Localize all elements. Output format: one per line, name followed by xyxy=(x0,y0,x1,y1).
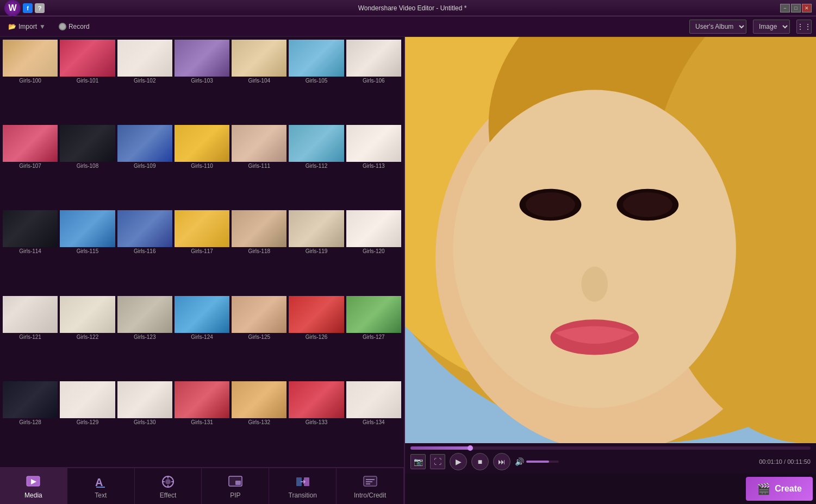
media-item-100[interactable]: Girls-100 xyxy=(2,39,58,123)
media-item-120[interactable]: Girls-120 xyxy=(346,210,402,294)
media-item-111[interactable]: Girls-111 xyxy=(231,124,287,209)
media-item-125[interactable]: Girls-125 xyxy=(231,295,287,380)
tab-text[interactable]: A Text xyxy=(67,468,135,504)
album-select[interactable]: User's Album xyxy=(689,20,746,34)
window-title: Wondershare Video Editor - Untitled * xyxy=(45,4,780,12)
help-icon[interactable]: ? xyxy=(35,3,45,13)
media-item-117[interactable]: Girls-117 xyxy=(174,210,230,294)
media-label-112: Girls-112 xyxy=(289,162,344,170)
media-item-133[interactable]: Girls-133 xyxy=(288,381,344,465)
facebook-icon[interactable]: f xyxy=(23,3,33,13)
media-thumb-112 xyxy=(289,125,344,162)
intro-credit-tab-label: Intro/Credit xyxy=(354,492,386,499)
media-item-106[interactable]: Girls-106 xyxy=(346,39,402,123)
media-label-130: Girls-130 xyxy=(117,418,172,426)
left-panel: Girls-100 Girls-101 Girls-102 Girls-103 … xyxy=(0,37,405,504)
media-item-122[interactable]: Girls-122 xyxy=(59,295,115,380)
media-label-106: Girls-106 xyxy=(346,77,401,85)
stop-button[interactable]: ■ xyxy=(471,453,489,470)
media-item-132[interactable]: Girls-132 xyxy=(231,381,287,465)
media-item-115[interactable]: Girls-115 xyxy=(59,210,115,294)
media-item-103[interactable]: Girls-103 xyxy=(174,39,230,123)
media-label-108: Girls-108 xyxy=(60,162,115,170)
media-thumb-126 xyxy=(289,296,344,333)
pip-tab-icon xyxy=(227,473,244,490)
media-thumb-104 xyxy=(232,40,286,77)
media-label-119: Girls-119 xyxy=(289,247,344,255)
media-label-116: Girls-116 xyxy=(117,247,172,255)
media-label-129: Girls-129 xyxy=(60,418,115,426)
media-item-108[interactable]: Girls-108 xyxy=(59,124,115,209)
volume-slider[interactable] xyxy=(526,461,559,463)
media-item-105[interactable]: Girls-105 xyxy=(288,39,344,123)
grid-view-button[interactable]: ⋮⋮ xyxy=(796,20,812,34)
import-button[interactable]: 📂 Import ▼ xyxy=(4,21,49,33)
media-thumb-115 xyxy=(60,210,115,247)
media-thumb-123 xyxy=(117,296,172,333)
media-item-116[interactable]: Girls-116 xyxy=(117,210,173,294)
media-item-126[interactable]: Girls-126 xyxy=(288,295,344,380)
tab-intro-credit[interactable]: Intro/Credit xyxy=(337,468,404,504)
record-label: Record xyxy=(68,23,90,30)
close-button[interactable]: ✕ xyxy=(802,4,812,12)
media-item-102[interactable]: Girls-102 xyxy=(117,39,173,123)
media-thumb-127 xyxy=(346,296,401,333)
tab-bar: Media A Text xyxy=(0,467,404,504)
media-item-129[interactable]: Girls-129 xyxy=(59,381,115,465)
create-button[interactable]: 🎬 Create xyxy=(746,477,813,501)
media-item-124[interactable]: Girls-124 xyxy=(174,295,230,380)
media-item-113[interactable]: Girls-113 xyxy=(346,124,402,209)
media-item-112[interactable]: Girls-112 xyxy=(288,124,344,209)
tab-effect[interactable]: Effect xyxy=(135,468,202,504)
progress-handle[interactable] xyxy=(468,445,473,451)
media-thumb-110 xyxy=(175,125,229,162)
text-tab-icon: A xyxy=(92,473,109,490)
main-content: Girls-100 Girls-101 Girls-102 Girls-103 … xyxy=(0,37,816,504)
media-item-109[interactable]: Girls-109 xyxy=(117,124,173,209)
media-item-107[interactable]: Girls-107 xyxy=(2,124,58,209)
media-item-131[interactable]: Girls-131 xyxy=(174,381,230,465)
media-thumb-107 xyxy=(3,125,58,162)
media-item-118[interactable]: Girls-118 xyxy=(231,210,287,294)
fullscreen-button[interactable]: ⛶ xyxy=(430,454,445,469)
maximize-button[interactable]: □ xyxy=(791,4,801,12)
svg-point-23 xyxy=(623,192,672,217)
media-label-126: Girls-126 xyxy=(289,333,344,341)
create-label: Create xyxy=(775,484,802,494)
tab-media[interactable]: Media xyxy=(0,468,67,504)
svg-point-21 xyxy=(526,192,575,217)
media-item-119[interactable]: Girls-119 xyxy=(288,210,344,294)
media-thumb-134 xyxy=(346,381,401,418)
svg-rect-9 xyxy=(364,476,377,486)
media-item-104[interactable]: Girls-104 xyxy=(231,39,287,123)
media-label-110: Girls-110 xyxy=(175,162,229,170)
screenshot-button[interactable]: 📷 xyxy=(410,454,426,469)
media-item-123[interactable]: Girls-123 xyxy=(117,295,173,380)
title-bar: W f ? Wondershare Video Editor - Untitle… xyxy=(0,0,816,16)
media-thumb-131 xyxy=(175,381,229,418)
next-frame-button[interactable]: ⏭ xyxy=(493,453,510,470)
media-label-131: Girls-131 xyxy=(175,418,229,426)
media-item-130[interactable]: Girls-130 xyxy=(117,381,173,465)
media-thumb-122 xyxy=(60,296,115,333)
progress-bar-container[interactable] xyxy=(410,446,811,450)
play-button[interactable]: ▶ xyxy=(450,453,467,470)
media-item-114[interactable]: Girls-114 xyxy=(2,210,58,294)
tab-transition[interactable]: Transition xyxy=(269,468,337,504)
media-item-127[interactable]: Girls-127 xyxy=(346,295,402,380)
media-item-134[interactable]: Girls-134 xyxy=(346,381,402,465)
record-button[interactable]: Record xyxy=(55,21,93,32)
media-item-121[interactable]: Girls-121 xyxy=(2,295,58,380)
preview-image xyxy=(405,37,816,443)
minimize-button[interactable]: − xyxy=(780,4,790,12)
media-item-110[interactable]: Girls-110 xyxy=(174,124,230,209)
tab-pip[interactable]: PIP xyxy=(202,468,269,504)
current-time: 00:01:10 xyxy=(759,458,782,465)
media-item-128[interactable]: Girls-128 xyxy=(2,381,58,465)
media-item-101[interactable]: Girls-101 xyxy=(59,39,115,123)
type-select[interactable]: Image xyxy=(753,20,790,34)
media-label-120: Girls-120 xyxy=(346,247,401,255)
media-thumb-125 xyxy=(232,296,286,333)
media-thumb-128 xyxy=(3,381,58,418)
svg-text:A: A xyxy=(95,476,103,488)
